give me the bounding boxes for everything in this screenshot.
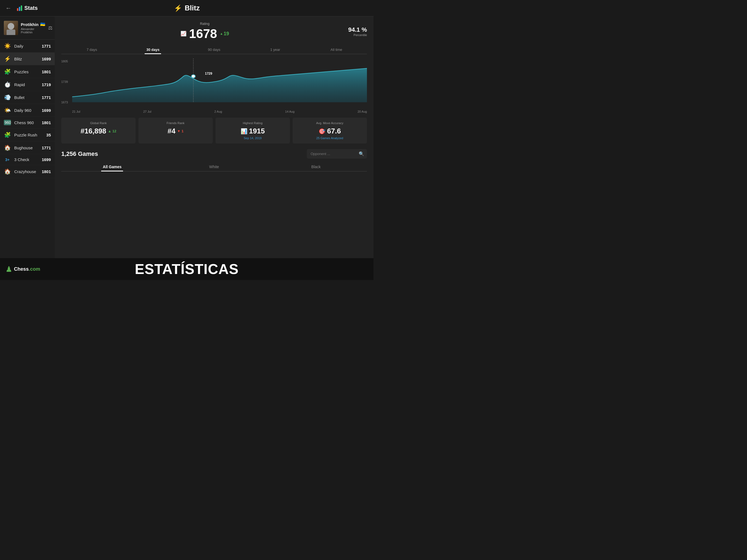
sidebar-item-daily[interactable]: ☀️ Daily 1771 [0,40,55,52]
header-mode-title: Blitz [185,4,200,12]
username-text: Protikhin [21,22,38,27]
user-text: Protikhin 🇺🇦 Alexander Protikhin [21,22,45,34]
chart-tooltip: 1729 [205,72,212,75]
sidebar-item-rapid[interactable]: ⏱️ Rapid 1719 [0,78,55,91]
global-rank-value: #16,898 ▲ 12 [66,127,131,135]
bar-green [21,5,22,11]
friends-rank-value: #4 ▼ 1 [143,127,208,135]
time-tabs: 7 days 30 days 90 days 1 year All time [61,45,367,54]
stat-card-friends-rank: Friends Rank #4 ▼ 1 [138,118,213,144]
search-input[interactable] [311,152,357,156]
chart-x-labels: 21 Jul 27 Jul 2 Aug 14 Aug 20 Aug [72,110,367,113]
tab-30days[interactable]: 30 days [123,45,184,54]
main-content: Rating 📈 1678 19 94.1 % Percentile 7 day… [55,17,374,258]
highest-rating-value: 📊 1915 [220,127,285,135]
search-icon: 🔍 [359,151,364,156]
sidebar-item-blitz[interactable]: ⚡ Blitz 1699 [0,52,55,65]
rating-change: 19 [220,31,229,36]
chess-com-dot: .com [29,266,40,272]
rating-section: Rating 📈 1678 19 [61,22,349,41]
x-label-2aug: 2 Aug [214,110,222,113]
global-rank-number: #16,898 [81,127,106,135]
sidebar-label-daily: Daily [14,44,38,48]
stat-card-accuracy: Avg. Move Accuracy 🎯 67.6 25 Games Analy… [292,118,367,144]
rating-chart-icon: 📈 [180,31,186,36]
footer: ♟ Chess.com ESTATÍSTICAS [0,258,374,280]
friends-rank-title: Friends Rank [143,121,208,125]
sidebar-item-3check[interactable]: 3+ 3 Check 1699 [0,154,55,165]
accuracy-title: Avg. Move Accuracy [297,121,363,125]
sidebar-rating-puzzles: 1801 [42,70,51,74]
chart-svg [72,58,367,105]
x-label-27jul: 27 Jul [143,110,151,113]
accuracy-value: 🎯 67.6 [297,127,363,135]
user-info: Protikhin 🇺🇦 Alexander Protikhin ⚖ [0,17,55,40]
sidebar-item-puzzlerush[interactable]: 🧩 Puzzle Rush 35 [0,128,55,142]
sidebar-rating-puzzlerush: 35 [46,133,51,137]
sidebar-label-3check: 3 Check [14,157,38,162]
chess-logo: ♟ Chess.com [5,265,40,274]
games-tab-all[interactable]: All Games [61,162,163,171]
sidebar-item-bughouse[interactable]: 🏠 Bughouse 1771 [0,142,55,154]
sidebar-item-puzzles[interactable]: 🧩 Puzzles 1801 [0,65,55,78]
avatar-image [4,21,18,35]
chart-y-labels: 1805 1739 1673 [61,58,68,105]
games-section: 1,256 Games 🔍 All Games White Black [61,149,367,172]
global-rank-title: Global Rank [66,121,131,125]
rapid-icon: ⏱️ [4,81,11,88]
sidebar-item-daily960[interactable]: 🌤️ Daily 960 1699 [0,104,55,117]
sidebar-label-puzzles: Puzzles [14,70,38,74]
y-label-1739: 1739 [61,80,68,83]
sidebar-label-bullet: Bullet [14,95,38,100]
chess-pawn-icon: ♟ [5,265,12,274]
highest-rating-icon: 📊 [241,128,248,134]
x-label-20aug: 20 Aug [358,110,367,113]
tab-7days[interactable]: 7 days [61,45,123,54]
x-label-21jul: 21 Jul [72,110,80,113]
compare-icon[interactable]: ⚖ [48,25,52,31]
sidebar-rating-rapid: 1719 [42,82,51,87]
tab-1year[interactable]: 1 year [245,45,306,54]
stats-cards: Global Rank #16,898 ▲ 12 Friends Rank #4… [61,118,367,144]
friends-rank-number: #4 [168,127,176,135]
games-header: 1,256 Games 🔍 [61,149,367,159]
sidebar-label-crazyhouse: Crazyhouse [14,169,38,174]
sidebar-label-bughouse: Bughouse [14,146,38,150]
sidebar-label-puzzlerush: Puzzle Rush [14,133,43,137]
sidebar-rating-bullet: 1771 [42,95,51,100]
user-flag: 🇺🇦 [40,22,45,27]
sidebar-label-rapid: Rapid [14,82,38,87]
sidebar-rating-bughouse: 1771 [42,146,51,150]
avatar [4,21,18,35]
tab-90days[interactable]: 90 days [183,45,245,54]
highest-rating-number: 1915 [249,127,265,135]
sidebar-item-chess960[interactable]: 960 Chess 960 1801 [0,117,55,128]
x-label-14aug: 14 Aug [285,110,294,113]
sidebar-rating-daily: 1771 [42,44,51,48]
accuracy-number: 67.6 [327,127,341,135]
bar-red [17,8,18,11]
sidebar-label-chess960: Chess 960 [14,120,38,125]
fullname: Alexander Protikhin [21,27,45,34]
back-button[interactable]: ← [5,5,11,12]
highest-rating-date: Sep 14, 2019 [220,136,285,140]
highest-rating-title: Highest Rating [220,121,285,125]
svg-point-1 [191,75,195,78]
games-tab-white[interactable]: White [163,162,265,171]
header-mode: ⚡ Blitz [174,4,200,12]
sidebar-rating-chess960: 1801 [42,120,51,125]
search-box[interactable]: 🔍 [307,149,367,159]
bughouse-icon: 🏠 [4,144,11,151]
sidebar-item-bullet[interactable]: 💨 Bullet 1771 [0,91,55,104]
games-tab-black[interactable]: Black [265,162,367,171]
sidebar-label-blitz: Blitz [14,57,38,61]
friends-rank-change: ▼ 1 [177,129,184,133]
games-count: 1,256 Games [61,150,307,157]
crazyhouse-icon: 🏠 [4,168,11,175]
tab-alltime[interactable]: All time [306,45,367,54]
sidebar-item-crazyhouse[interactable]: 🏠 Crazyhouse 1801 [0,165,55,178]
rating-value-row: 📈 1678 19 [61,26,349,41]
chess960-icon: 960 [4,120,11,125]
bullet-icon: 💨 [4,94,11,101]
stat-card-highest-rating: Highest Rating 📊 1915 Sep 14, 2019 [215,118,290,144]
